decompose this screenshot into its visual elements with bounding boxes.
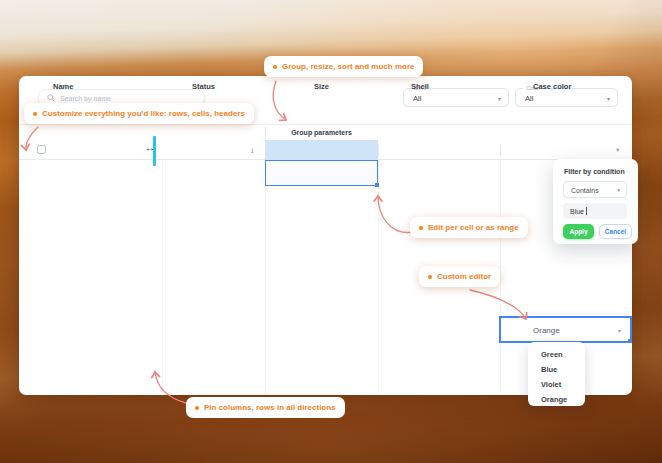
annotation-custom-editor: Custom editor [419, 266, 500, 287]
column-divider [500, 160, 501, 394]
column-header-case-color[interactable]: Case color [533, 76, 571, 96]
orange-dot-icon [419, 226, 423, 230]
filter-popup-title: Filter by condition [564, 168, 625, 175]
text-caret [586, 207, 587, 215]
select-all-checkbox[interactable] [37, 145, 46, 154]
size-column-header-highlight [265, 140, 378, 160]
orange-dot-icon [428, 275, 432, 279]
column-divider [378, 160, 379, 394]
fill-handle[interactable] [375, 183, 379, 187]
cancel-button[interactable]: Cancel [599, 224, 632, 239]
annotation-group: Group, resize, sort and much more [264, 56, 423, 77]
filter-condition-value: Contains [571, 186, 599, 193]
chevron-down-icon: ▾ [618, 326, 621, 333]
annotation-pin: Pin columns, rows in all directions [186, 397, 345, 418]
dropdown-option[interactable]: Green [528, 347, 585, 362]
filter-funnel-icon[interactable]: ▼ [615, 140, 620, 160]
orange-dot-icon [273, 65, 277, 69]
orange-dot-icon [195, 406, 199, 410]
dropdown-option[interactable]: Violet [528, 377, 585, 392]
filter-condition-select[interactable]: Contains ▾ [563, 181, 627, 198]
chevron-down-icon: ▾ [498, 94, 501, 101]
group-header-title: Group parameters [265, 124, 378, 140]
dropdown-option[interactable]: Blue [528, 362, 585, 377]
selected-cell[interactable] [265, 160, 378, 186]
column-header-size[interactable]: Size [265, 76, 378, 96]
column-divider [162, 160, 163, 394]
dropdown-option[interactable]: Orange [528, 392, 585, 407]
case-color-editor-cell[interactable]: Orange ▾ [499, 316, 632, 343]
fill-handle[interactable] [628, 339, 632, 343]
column-header-status[interactable]: Status [192, 76, 215, 96]
filter-value-input[interactable]: Blue [563, 203, 627, 219]
column-header-shell[interactable]: Shell [411, 76, 429, 96]
column-divider [500, 144, 501, 156]
chevron-down-icon: ▾ [617, 187, 620, 193]
orange-dot-icon [33, 112, 37, 116]
apply-button[interactable]: Apply [563, 224, 594, 239]
column-divider [265, 160, 266, 394]
annotation-customize: Customize everything you'd like: rows, c… [24, 103, 254, 124]
annotation-edit: Edit per cell or as range [410, 217, 528, 238]
filter-value-text: Blue [570, 208, 584, 215]
sort-desc-icon[interactable]: ↓ [250, 140, 254, 160]
case-color-dropdown: GreenBlueVioletOrange [528, 342, 585, 406]
column-header-name[interactable]: Name [53, 76, 73, 96]
editor-value: Orange [533, 325, 560, 334]
resize-arrows-icon: ↔ [145, 142, 155, 153]
chevron-down-icon: ▾ [607, 94, 610, 101]
desktop-background: { "toolbar": { "search_placeholder": "Se… [0, 0, 662, 463]
filter-popup: Filter by condition Contains ▾ Blue Appl… [553, 159, 638, 244]
column-divider [378, 144, 379, 156]
